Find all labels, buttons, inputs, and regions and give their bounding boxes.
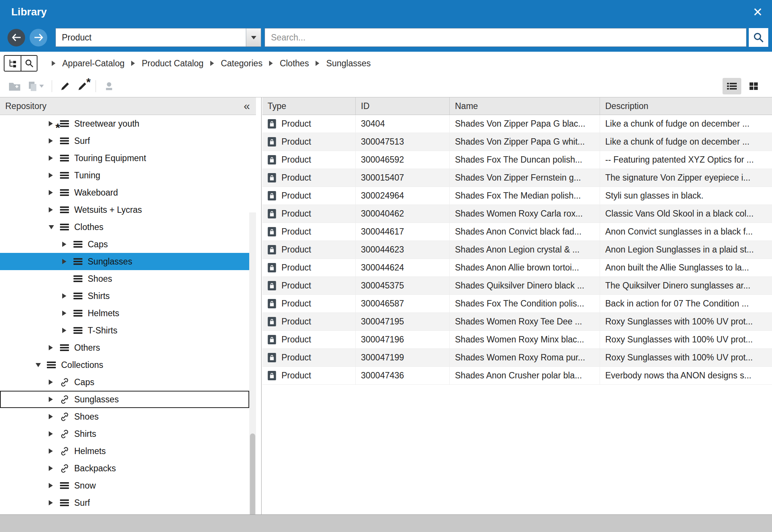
cell-type-label: Product [281, 371, 311, 381]
tree-item-wetsuits-lycras[interactable]: Wetsuits + Lycras [0, 201, 249, 218]
collapse-panel-icon[interactable]: « [244, 101, 250, 111]
expand-arrow-icon[interactable] [49, 425, 58, 442]
tree-scrollbar[interactable] [249, 212, 256, 532]
table-row[interactable]: Product300047199Shades Women Roxy Roma p… [262, 349, 772, 367]
table-row[interactable]: Product300024964Shades Fox The Median po… [262, 187, 772, 205]
tree-item-clothes[interactable]: Clothes [0, 218, 249, 236]
table-row[interactable]: Product300047436Shades Anon Crusher pola… [262, 367, 772, 385]
collapse-arrow-icon[interactable] [49, 218, 58, 236]
expand-arrow-icon[interactable] [49, 201, 58, 218]
table-row[interactable]: Product300044624Shades Anon Allie brown … [262, 259, 772, 277]
back-button[interactable] [7, 29, 25, 46]
table-row[interactable]: Product300044617Shades Anon Convict blac… [262, 223, 772, 241]
column-header-type[interactable]: Type [262, 97, 356, 115]
expand-arrow-icon[interactable] [49, 460, 58, 477]
table-row[interactable]: Product300046592Shades Fox The Duncan po… [262, 151, 772, 169]
doc-type-caret-button[interactable] [246, 28, 261, 46]
publish-button[interactable] [104, 81, 114, 91]
table-row[interactable]: Product300047513Shades Von Zipper Papa G… [262, 133, 772, 151]
edit-button[interactable] [60, 81, 70, 91]
tree-item-shoes[interactable]: Shoes [0, 408, 249, 425]
table-row[interactable]: Product30404Shades Von Zipper Papa G bla… [262, 115, 772, 133]
expand-arrow-icon[interactable] [49, 391, 58, 408]
cell-id: 300047436 [356, 367, 450, 384]
tree-mode-button[interactable] [4, 56, 21, 71]
expand-arrow-icon[interactable] [49, 494, 58, 511]
cell-description: Anon Convict sunglasses in a black f... [600, 223, 772, 241]
table-row[interactable]: Product300046587Shades Fox The Condition… [262, 295, 772, 313]
expand-arrow-icon[interactable] [62, 253, 71, 270]
new-folder-button[interactable] [9, 81, 21, 91]
tree-item-snow[interactable]: Snow [0, 477, 249, 494]
forward-button[interactable] [30, 29, 47, 46]
tree-item-caps[interactable]: Caps [0, 236, 249, 253]
expand-arrow-icon[interactable] [49, 408, 58, 425]
cell-type-label: Product [281, 173, 311, 183]
tree-item-backpacks[interactable]: Backpacks [0, 460, 249, 477]
expand-arrow-icon[interactable] [62, 236, 71, 253]
tree-item-tuning[interactable]: Tuning [0, 167, 249, 184]
expand-arrow-icon[interactable] [49, 184, 58, 201]
tree-item-caps[interactable]: Caps [0, 374, 249, 391]
cell-type: Product [262, 241, 356, 259]
search-mode-icon [24, 58, 34, 68]
doc-type-dropdown[interactable]: Product [55, 28, 261, 47]
close-icon[interactable]: × [753, 4, 762, 19]
cell-name: Shades Anon Legion crystal & ... [450, 241, 600, 259]
table-row[interactable]: Product300040462Shades Women Roxy Carla … [262, 205, 772, 223]
tree-item-streetwear-youth[interactable]: *Streetwear youth [0, 115, 249, 132]
column-header-description[interactable]: Description [600, 97, 772, 115]
tree-item-surf[interactable]: Surf [0, 494, 249, 511]
tree-item-helmets[interactable]: Helmets [0, 442, 249, 460]
tree-item-wakeboard[interactable]: Wakeboard [0, 184, 249, 201]
paste-options-caret-icon[interactable] [39, 85, 44, 88]
expand-arrow-icon[interactable] [49, 167, 58, 184]
category-icon [59, 498, 70, 508]
tree-item-surf[interactable]: Surf [0, 132, 249, 149]
tree-item-sunglasses[interactable]: Sunglasses [0, 253, 249, 270]
category-icon [59, 153, 70, 163]
breadcrumb-item-clothes[interactable]: Clothes [280, 58, 309, 69]
expand-arrow-icon[interactable] [62, 287, 71, 305]
breadcrumb-item-categories[interactable]: Categories [221, 58, 262, 69]
table-row[interactable]: Product300047196Shades Women Roxy Minx b… [262, 331, 772, 349]
collapse-arrow-icon[interactable] [36, 356, 45, 374]
paste-button[interactable] [27, 81, 44, 91]
search-button[interactable] [749, 28, 768, 47]
quick-create-button[interactable]: * [77, 81, 88, 91]
table-row[interactable]: Product300045375Shades Quiksilver Dinero… [262, 277, 772, 295]
expand-arrow-icon[interactable] [49, 374, 58, 391]
thumbnail-view-button[interactable] [744, 78, 763, 94]
column-header-name[interactable]: Name [450, 97, 600, 115]
table-row[interactable]: Product300044623Shades Anon Legion cryst… [262, 241, 772, 259]
tree-item-collections[interactable]: Collections [0, 356, 249, 374]
expand-arrow-icon[interactable] [49, 477, 58, 494]
tree-item-t-shirts[interactable]: T-Shirts [0, 322, 249, 339]
table-row[interactable]: Product300015407Shades Von Zipper Fernst… [262, 169, 772, 187]
tree-item-shirts[interactable]: Shirts [0, 425, 249, 442]
expand-arrow-icon[interactable] [62, 305, 71, 322]
table-row[interactable]: Product300047195Shades Women Roxy Tee De… [262, 313, 772, 331]
breadcrumb-item-product-catalog[interactable]: Product Catalog [142, 58, 203, 69]
tree-item-shoes[interactable]: Shoes [0, 270, 249, 287]
column-header-id[interactable]: ID [356, 97, 450, 115]
breadcrumb-item-apparel-catalog[interactable]: Apparel-Catalog [62, 58, 124, 69]
tree-item-others[interactable]: Others [0, 339, 249, 356]
breadcrumb-item-sunglasses[interactable]: Sunglasses [326, 58, 371, 69]
cell-type: Product [262, 367, 356, 384]
cell-name: Shades Women Roxy Roma pur... [450, 349, 600, 366]
cell-description: -- Featuring patented XYZ Optics for ... [600, 151, 772, 169]
tree-item-shirts[interactable]: Shirts [0, 287, 249, 305]
expand-arrow-icon[interactable] [62, 322, 71, 339]
list-view-button[interactable] [723, 78, 741, 94]
search-input[interactable] [265, 28, 746, 46]
expand-arrow-icon[interactable] [49, 442, 58, 460]
tree-item-touring-equipment[interactable]: Touring Equipment [0, 149, 249, 167]
expand-arrow-icon[interactable] [49, 339, 58, 356]
tree-item-helmets[interactable]: Helmets [0, 305, 249, 322]
cell-description: The Quiksilver Dinero sunglasses ar... [600, 277, 772, 294]
search-mode-button[interactable] [21, 56, 37, 71]
back-arrow-icon [12, 33, 21, 42]
expand-arrow-icon[interactable] [49, 149, 58, 167]
tree-item-sunglasses[interactable]: Sunglasses [0, 391, 249, 408]
